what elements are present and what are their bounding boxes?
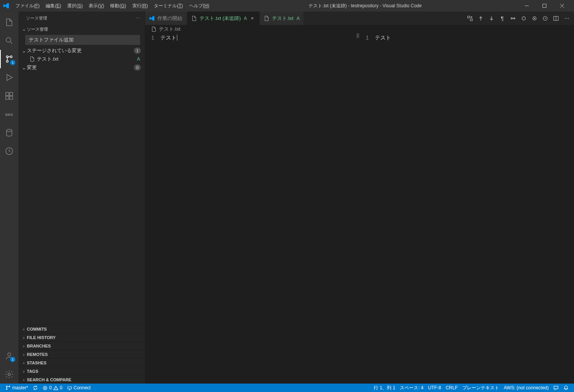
activity-extensions[interactable] xyxy=(0,87,18,105)
section-branches[interactable]: ›BRANCHES xyxy=(18,341,145,350)
menu-selection[interactable]: 選択(S) xyxy=(64,0,86,12)
open-changes-icon[interactable] xyxy=(467,15,473,22)
svg-rect-0 xyxy=(543,4,546,8)
menu-go[interactable]: 移動(G) xyxy=(107,0,129,12)
scm-provider-header[interactable]: ⌄ ソース管理 xyxy=(18,25,145,33)
section-stashes[interactable]: ›STASHES xyxy=(18,358,145,367)
status-bar: master* 0 0 Connect 行 1、列 1 スペース: 4 UTF-… xyxy=(0,384,574,392)
status-eol[interactable]: CRLF xyxy=(444,384,460,392)
status-cursor-position[interactable]: 行 1、列 1 xyxy=(371,384,398,392)
activity-source-control[interactable]: 1 xyxy=(0,50,18,68)
chevron-right-icon: › xyxy=(21,335,27,340)
menu-view[interactable]: 表示(V) xyxy=(86,0,107,12)
circle-icon[interactable] xyxy=(510,15,516,22)
editor-area: 作業の開始 テスト.txt (未追跡) A × テスト.txt A ¶ xyxy=(145,12,574,384)
status-language[interactable]: プレーンテキスト xyxy=(460,384,501,392)
code-area[interactable]: テスト xyxy=(375,33,574,384)
overview-ruler[interactable] xyxy=(354,33,360,384)
activity-accounts[interactable]: 1 xyxy=(0,347,18,365)
activity-run-debug[interactable] xyxy=(0,68,18,87)
staged-changes-label: ステージされている変更 xyxy=(27,47,134,54)
svg-point-13 xyxy=(511,18,513,19)
editor-pane-left[interactable]: 1 テスト xyxy=(145,33,360,384)
tab-file-diff[interactable]: テスト.txt A xyxy=(260,12,304,25)
chevron-right-icon: › xyxy=(21,327,27,331)
file-icon xyxy=(264,15,270,21)
activity-gitlens[interactable] xyxy=(0,142,18,160)
window-controls xyxy=(518,0,571,12)
menu-terminal[interactable]: ターミナル(T) xyxy=(151,0,186,12)
activity-bar: 1 aws 1 xyxy=(0,12,18,384)
svg-point-15 xyxy=(522,16,526,20)
file-icon xyxy=(29,56,35,62)
split-editor-icon[interactable] xyxy=(553,15,559,22)
file-status-added: A xyxy=(137,56,140,62)
chevron-down-icon: ⌄ xyxy=(21,27,27,32)
status-branch[interactable]: master* xyxy=(3,384,30,392)
section-search-compare[interactable]: ›SEARCH & COMPARE xyxy=(18,375,145,384)
activity-settings[interactable] xyxy=(0,365,18,384)
commit-message-input[interactable] xyxy=(25,35,140,45)
changes-label: 変更 xyxy=(27,64,134,71)
svg-point-4 xyxy=(7,61,8,63)
tab-file-untracked[interactable]: テスト.txt (未追跡) A × xyxy=(187,12,260,25)
menu-file[interactable]: ファイル(F) xyxy=(12,0,43,12)
code-area[interactable]: テスト xyxy=(160,33,360,384)
breadcrumb[interactable]: テスト.txt xyxy=(145,25,574,33)
status-indentation[interactable]: スペース: 4 xyxy=(398,384,426,392)
activity-database[interactable] xyxy=(0,124,18,142)
close-button[interactable] xyxy=(553,0,571,12)
editor-actions: ¶ ⋯ xyxy=(463,12,574,25)
svg-point-11 xyxy=(8,353,11,356)
minimize-button[interactable] xyxy=(518,0,536,12)
pilcrow-icon[interactable]: ¶ xyxy=(499,15,506,22)
tab-welcome[interactable]: 作業の開始 xyxy=(145,12,187,25)
staged-file-row[interactable]: テスト.txt A xyxy=(18,55,145,63)
overview-ruler[interactable] xyxy=(569,33,574,384)
svg-point-22 xyxy=(9,386,10,387)
section-remotes[interactable]: ›REMOTES xyxy=(18,350,145,358)
staged-file-name: テスト.txt xyxy=(37,56,137,63)
circle-dot-icon[interactable] xyxy=(531,15,538,22)
activity-search[interactable] xyxy=(0,31,18,50)
more-icon[interactable]: ⋯ xyxy=(563,15,570,22)
gutter: 1 xyxy=(360,33,375,384)
changes-group[interactable]: ⌄ 変更 0 xyxy=(18,63,145,72)
section-commits[interactable]: ›COMMITS xyxy=(18,324,145,333)
chevron-right-icon: › xyxy=(21,352,27,357)
svg-point-21 xyxy=(6,389,7,390)
status-encoding[interactable]: UTF-8 xyxy=(426,384,444,392)
status-problems[interactable]: 0 0 xyxy=(40,384,64,392)
section-tags[interactable]: ›TAGS xyxy=(18,367,145,375)
menu-edit[interactable]: 編集(E) xyxy=(43,0,64,12)
svg-rect-7 xyxy=(10,96,13,99)
status-connect[interactable]: Connect xyxy=(65,384,93,392)
arrow-up-icon[interactable] xyxy=(477,15,484,22)
activity-aws[interactable]: aws xyxy=(0,105,18,124)
chevron-right-icon: › xyxy=(21,377,27,382)
circle-icon[interactable] xyxy=(520,15,527,22)
vscode-logo-icon xyxy=(3,3,9,9)
svg-point-9 xyxy=(7,129,12,132)
file-icon xyxy=(191,15,197,21)
svg-rect-5 xyxy=(6,92,9,96)
sidebar-more-icon[interactable]: ⋯ xyxy=(136,16,140,21)
maximize-button[interactable] xyxy=(536,0,553,12)
status-feedback-icon[interactable] xyxy=(551,384,561,392)
clock-icon[interactable] xyxy=(542,15,549,22)
chevron-down-icon: ⌄ xyxy=(21,48,27,54)
breadcrumb-file: テスト.txt xyxy=(159,26,180,33)
menu-help[interactable]: ヘルプ(H) xyxy=(186,0,213,12)
tab-close-icon[interactable]: × xyxy=(249,15,256,21)
menu-run[interactable]: 実行(R) xyxy=(129,0,151,12)
section-file-history[interactable]: ›FILE HISTORY xyxy=(18,333,145,341)
sidebar-title: ソース管理 xyxy=(26,15,136,21)
svg-point-17 xyxy=(534,18,535,19)
status-bell-icon[interactable] xyxy=(561,384,571,392)
activity-explorer[interactable] xyxy=(0,13,18,31)
status-sync[interactable] xyxy=(30,384,40,392)
arrow-down-icon[interactable] xyxy=(488,15,495,22)
status-aws[interactable]: AWS: (not connected) xyxy=(501,384,551,392)
editor-pane-right[interactable]: 1 テスト xyxy=(360,33,574,384)
staged-changes-group[interactable]: ⌄ ステージされている変更 1 xyxy=(18,46,145,55)
